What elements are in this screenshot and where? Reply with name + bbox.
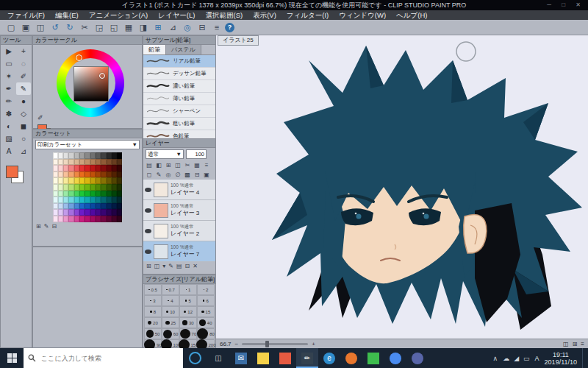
color-swatch[interactable] (101, 203, 106, 210)
color-swatch[interactable] (85, 203, 90, 210)
menu-item-0[interactable]: ファイル(F) (3, 10, 49, 20)
draft-icon[interactable]: ∅ (173, 171, 182, 179)
menu-item-2[interactable]: アニメーション(A) (85, 10, 153, 20)
eyedropper-tool[interactable]: ✐ (16, 70, 31, 82)
color-swatch[interactable] (68, 152, 74, 159)
color-swatch[interactable] (101, 171, 106, 178)
color-swatch[interactable] (74, 171, 79, 178)
visibility-eye-icon[interactable] (145, 188, 151, 192)
auto-select-tool[interactable]: ✶ (1, 70, 16, 82)
color-swatch[interactable] (68, 177, 74, 184)
reference-icon[interactable]: ▦ (193, 161, 201, 169)
action-center-button[interactable] (582, 348, 587, 368)
open-file-button[interactable]: ▣ (19, 21, 32, 33)
texture-icon[interactable]: ▩ (183, 171, 192, 179)
color-swatch[interactable] (74, 216, 79, 222)
color-swatch[interactable] (96, 216, 101, 222)
color-swatch[interactable] (58, 171, 63, 178)
brush-size-cell[interactable]: 10 (162, 306, 179, 317)
apply-icon[interactable]: ⊟ (185, 263, 190, 269)
lock-icon[interactable]: ◻ (145, 171, 154, 179)
chrome-browser[interactable] (384, 348, 406, 368)
show-grid-button[interactable]: ⊞ (151, 21, 165, 33)
color-swatch[interactable] (90, 159, 96, 166)
color-swatch[interactable] (101, 191, 106, 197)
color-swatch[interactable] (85, 216, 90, 222)
copy-button[interactable]: ◲ (93, 21, 106, 33)
color-swatch[interactable] (107, 203, 112, 210)
color-swatch[interactable] (90, 216, 96, 222)
subtract-icon[interactable]: ⊟ (193, 171, 201, 179)
new-layer-icon[interactable]: ⊞ (146, 263, 151, 269)
color-swatch[interactable] (85, 159, 90, 166)
color-swatch[interactable] (74, 191, 79, 197)
visibility-eye-icon[interactable] (145, 208, 151, 213)
color-swatch[interactable] (112, 165, 117, 171)
network-icon[interactable]: ◢ (514, 355, 519, 362)
brush-size-cell[interactable]: 3 (144, 295, 162, 306)
color-swatch[interactable] (85, 191, 90, 197)
menu-item-3[interactable]: レイヤー(L) (154, 10, 199, 20)
navigator-icon[interactable]: ◫ (563, 341, 569, 347)
brush-item[interactable]: シャーペン (143, 105, 215, 118)
figure-tool[interactable]: ○ (16, 132, 31, 145)
zoom-out-icon[interactable]: − (235, 341, 239, 347)
search-input[interactable] (40, 354, 179, 363)
color-swatch[interactable] (117, 209, 122, 216)
color-swatch[interactable] (68, 159, 74, 166)
snap-special-ruler-button[interactable]: ◎ (181, 21, 194, 33)
visibility-eye-icon[interactable] (145, 229, 151, 233)
color-swatch[interactable] (112, 177, 117, 184)
color-swatch[interactable] (101, 177, 106, 184)
pen-tool[interactable]: ✒ (1, 82, 16, 95)
brush-size-cell[interactable]: 20 (144, 317, 162, 328)
status-menu-icon[interactable]: ≡ (581, 341, 584, 347)
color-swatch[interactable] (53, 159, 58, 166)
color-swatch[interactable] (96, 159, 101, 166)
color-swatch[interactable] (96, 197, 101, 203)
airbrush-tool[interactable]: ● (16, 95, 31, 107)
color-swatch[interactable] (58, 203, 63, 210)
color-swatch[interactable] (53, 191, 58, 197)
color-swatch[interactable] (107, 184, 112, 191)
cut-button[interactable]: ✂ (78, 21, 91, 33)
undo-button[interactable]: ↺ (49, 21, 62, 33)
color-swatch[interactable] (74, 203, 79, 210)
set-icon[interactable]: ▣ (202, 171, 211, 179)
delete-layer-icon[interactable]: ✕ (193, 263, 198, 269)
color-swatch[interactable] (101, 184, 106, 191)
color-swatch[interactable] (117, 177, 122, 184)
brush-size-cell[interactable]: 30 (179, 317, 197, 328)
color-swatch[interactable] (63, 216, 68, 222)
color-swatch[interactable] (53, 216, 58, 222)
color-swatch[interactable] (79, 159, 85, 166)
color-swatch[interactable] (74, 165, 79, 171)
color-swatch[interactable] (96, 171, 101, 178)
ruler-tool[interactable]: ⊿ (16, 145, 31, 158)
color-swatch[interactable] (53, 209, 58, 216)
color-swatch[interactable] (68, 165, 74, 171)
color-swatch[interactable] (117, 191, 122, 197)
color-swatch[interactable] (58, 209, 63, 216)
color-swatch[interactable] (85, 165, 90, 171)
color-swatch[interactable] (74, 197, 79, 203)
menu-item-4[interactable]: 選択範囲(S) (201, 10, 247, 20)
color-swatch[interactable] (112, 216, 117, 222)
menu-icon[interactable]: ≡ (202, 161, 211, 169)
color-swatch[interactable] (96, 165, 101, 171)
color-swatch[interactable] (96, 177, 101, 184)
deselect-button[interactable]: ▦ (122, 21, 135, 33)
color-swatch[interactable] (79, 171, 85, 178)
help-button[interactable]: ? (225, 23, 234, 32)
color-swatch[interactable] (63, 191, 68, 197)
color-swatch[interactable] (117, 203, 122, 210)
color-swatch[interactable] (58, 159, 63, 166)
color-swatch[interactable] (107, 209, 112, 216)
color-swatch[interactable] (79, 203, 85, 210)
color-swatch[interactable] (63, 165, 68, 171)
color-swatch[interactable] (79, 209, 85, 216)
color-swatch[interactable] (90, 165, 96, 171)
color-swatch[interactable] (90, 197, 96, 203)
color-swatch[interactable] (117, 165, 122, 171)
color-swatch[interactable] (117, 159, 122, 166)
